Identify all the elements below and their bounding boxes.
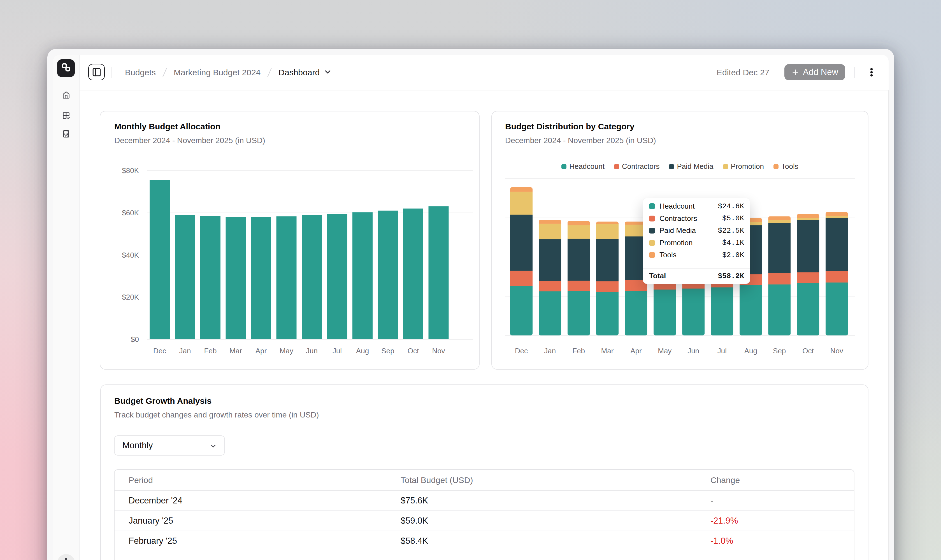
svg-text:Dec: Dec xyxy=(153,347,166,355)
svg-text:$20K: $20K xyxy=(122,293,139,301)
svg-text:Jun: Jun xyxy=(687,347,699,355)
svg-text:Jan: Jan xyxy=(544,347,556,355)
svg-text:Jul: Jul xyxy=(333,347,342,355)
svg-text:Dec: Dec xyxy=(515,347,528,355)
svg-text:May: May xyxy=(658,347,671,355)
svg-text:Nov: Nov xyxy=(830,347,843,355)
svg-text:Aug: Aug xyxy=(744,347,757,355)
svg-text:Sep: Sep xyxy=(381,347,394,355)
svg-text:$60K: $60K xyxy=(122,209,139,217)
svg-text:Apr: Apr xyxy=(256,347,267,355)
svg-text:Apr: Apr xyxy=(630,347,642,355)
svg-text:Sep: Sep xyxy=(773,347,786,355)
svg-text:$40K: $40K xyxy=(122,251,139,259)
svg-text:Jul: Jul xyxy=(718,347,727,355)
svg-text:Aug: Aug xyxy=(356,347,369,355)
svg-text:Jan: Jan xyxy=(179,347,191,355)
svg-text:Oct: Oct xyxy=(802,347,814,355)
svg-text:Mar: Mar xyxy=(601,347,614,355)
svg-text:Mar: Mar xyxy=(229,347,242,355)
svg-text:Feb: Feb xyxy=(204,347,217,355)
svg-text:May: May xyxy=(280,347,293,355)
svg-text:$0: $0 xyxy=(131,335,139,343)
svg-text:Nov: Nov xyxy=(432,347,445,355)
svg-text:Jun: Jun xyxy=(306,347,318,355)
svg-text:Oct: Oct xyxy=(408,347,419,355)
svg-text:$80K: $80K xyxy=(122,166,139,175)
svg-text:Feb: Feb xyxy=(572,347,585,355)
